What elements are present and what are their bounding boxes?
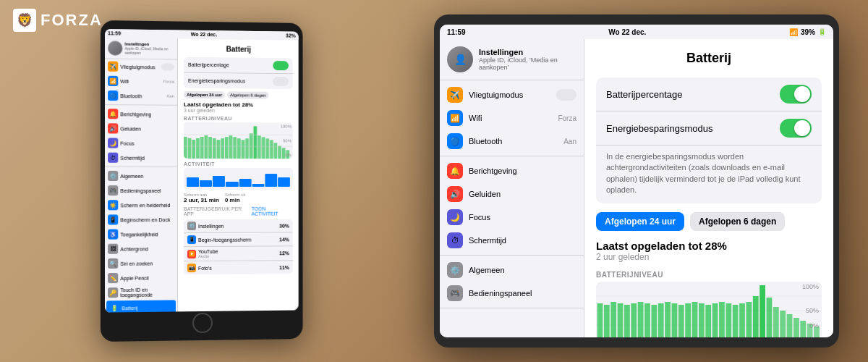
small-sidebar-notifications[interactable]: 🔔 Berichtgeving (105, 106, 177, 122)
large-sidebar-focus[interactable]: 🌙 Focus (440, 206, 584, 229)
ipad-large-screen: 11:59 Wo 22 dec. 📶 39% 🔋 👤 Instellingen … (440, 25, 833, 337)
large-tab-24hr[interactable]: Afgelopen 24 uur (596, 212, 684, 231)
small-status-date: Wo 22 dec. (191, 32, 217, 37)
svg-rect-49 (719, 302, 725, 337)
small-sidebar-control-label: Bedieningspaneel (120, 188, 161, 193)
large-tab-6days[interactable]: Afgelopen 6 dagen (690, 212, 785, 231)
small-sidebar-battery[interactable]: 🔋 Batterij (106, 300, 176, 312)
small-energiespaar-label: Energiebesparingsmodus (188, 78, 270, 84)
small-sidebar-bluetooth-label: Bluetooth (120, 93, 164, 99)
svg-rect-14 (242, 140, 245, 159)
large-sidebar-screentime[interactable]: ⏱ Schermtijd (440, 229, 584, 252)
small-sidebar-touchid[interactable]: 🔑 Touch ID en toegangscode (105, 285, 177, 300)
small-pct-100: 100% (281, 125, 292, 129)
act-bar-8 (278, 177, 290, 187)
small-sidebar-wifi-value: Forza (163, 80, 174, 84)
small-screen-time: Scherm aan 2 uur, 31 min Scherm uit 0 mi… (184, 193, 293, 203)
small-sidebar-bluetooth[interactable]: 🔵 Bluetooth Aan (105, 88, 177, 104)
svg-rect-53 (746, 302, 752, 337)
large-sidebar-wifi[interactable]: 📶 Wifi Forza (440, 106, 584, 130)
large-sidebar-bluetooth[interactable]: 🔵 Bluetooth Aan (440, 130, 584, 153)
small-sidebar-airplane[interactable]: ✈️ Vliegtuigmodus (105, 59, 177, 75)
homescreen-usage-label: Begin-/toegangsscherm (198, 237, 277, 243)
large-sidebar-apps: 🔔 Berichtgeving 🔊 Geluiden 🌙 Focus ⏱ Sch… (440, 156, 584, 256)
large-wifi-value: Forza (558, 114, 576, 122)
small-sidebar-wallpaper[interactable]: 🖼 Achtergrond (105, 241, 177, 256)
svg-rect-47 (705, 305, 711, 337)
act-bar-1 (187, 177, 199, 187)
svg-rect-51 (733, 305, 739, 337)
small-sidebar-wifi[interactable]: 📶 Wifi Forza (105, 74, 177, 89)
small-sidebar-siri[interactable]: 🔍 Siri en zoeken (105, 256, 177, 271)
small-sidebar-control[interactable]: 🎮 Bedieningspaneel (105, 183, 177, 198)
svg-rect-7 (213, 138, 216, 159)
small-energy-toggle[interactable] (273, 77, 289, 86)
small-sidebar-sounds[interactable]: 🔊 Geluiden (105, 121, 177, 136)
large-profile-title: Instellingen (479, 48, 576, 56)
svg-rect-22 (274, 143, 278, 159)
small-battery-usage-header: BATTERIJGEBRUIK PER APP TOON ACTIVITEIT (184, 206, 293, 216)
large-sidebar-airplane[interactable]: ✈️ Vliegtuigmodus (440, 83, 584, 106)
notifications-icon: 🔔 (108, 109, 118, 119)
large-focus-label: Focus (469, 213, 576, 222)
small-sidebar-general[interactable]: ⚙️ Algemeen (105, 169, 177, 183)
small-toon-activiteit[interactable]: TOON ACTIVITEIT (251, 206, 292, 216)
youtube-usage-icon: ▶️ (187, 250, 196, 258)
small-battery-pct-toggle[interactable] (273, 61, 289, 70)
svg-rect-10 (225, 137, 229, 159)
small-sidebar-airplane-label: Vliegtuigmodus (120, 64, 159, 70)
large-charge-title: Laatst opgeladen tot 28% (596, 240, 822, 252)
large-sidebar-sounds[interactable]: 🔊 Geluiden (440, 182, 584, 206)
large-sidebar-system: ⚙️ Algemeen 🎮 Bedieningspaneel (440, 256, 584, 308)
svg-rect-61 (800, 321, 806, 337)
small-sidebar-sounds-label: Geluiden (120, 126, 140, 131)
large-sidebar-general[interactable]: ⚙️ Algemeen (440, 258, 584, 282)
large-battery-pct-label: Batterijpercentage (606, 89, 774, 100)
small-sidebar-screentime[interactable]: ⏱ Schermtijd (105, 151, 177, 165)
photos-usage-pct: 11% (279, 265, 289, 270)
svg-rect-57 (773, 307, 779, 337)
general-icon: ⚙️ (108, 171, 118, 181)
small-sidebar-focus[interactable]: 🌙 Focus (105, 135, 177, 150)
small-sidebar-pencil[interactable]: ✏️ Apple Pencil (105, 270, 177, 285)
large-time-tabs: Afgelopen 24 uur Afgelopen 6 dagen (596, 212, 822, 231)
airplane-toggle[interactable] (161, 63, 174, 70)
ipad-small-home-button[interactable] (192, 313, 213, 333)
svg-rect-20 (265, 138, 269, 159)
small-usage-list: ⚙️ Instellingen 30% 📱 Begin-/toegangssch… (184, 219, 293, 275)
small-status-battery: 32% (286, 33, 296, 38)
small-usage-photos: 📷 Foto's 11% (184, 261, 293, 274)
small-sidebar-display[interactable]: ☀️ Scherm en helderheid (105, 198, 177, 212)
photos-usage-icon: 📷 (187, 264, 196, 272)
svg-rect-38 (644, 303, 650, 337)
svg-line-26 (184, 135, 293, 135)
small-tab-6days[interactable]: Afgelopen 6 dagen (227, 91, 269, 98)
small-sidebar-bluetooth-value: Aan (166, 94, 174, 98)
svg-rect-18 (258, 135, 261, 159)
svg-rect-44 (685, 303, 691, 337)
svg-rect-48 (712, 303, 718, 337)
small-pct-50: 50% (283, 138, 292, 143)
large-profile-sub: Apple ID, iCloud, 'Media en aankopen' (479, 56, 576, 71)
large-energy-toggle[interactable] (780, 119, 812, 138)
large-sidebar-control[interactable]: 🎮 Bedieningspaneel (440, 282, 584, 305)
small-settings-sidebar: Instellingen Apple ID, iCloud, Media en … (105, 38, 178, 312)
large-split-view: 👤 Instellingen Apple ID, iCloud, 'Media … (440, 39, 833, 337)
small-sidebar-pencil-label: Apple Pencil (120, 275, 148, 280)
small-tab-24hr[interactable]: Afgelopen 24 uur (184, 91, 225, 98)
large-wifi-label: Wifi (469, 114, 552, 122)
pencil-icon: ✏️ (108, 273, 118, 283)
small-sidebar-homescreen[interactable]: 📱 Beginscherm en Dock (105, 212, 177, 227)
large-profile: 👤 Instellingen Apple ID, iCloud, 'Media … (440, 39, 584, 80)
instellingen-usage-icon: ⚙️ (187, 222, 196, 230)
small-sidebar-general-label: Algemeen (120, 173, 143, 178)
act-bar-3 (213, 176, 225, 187)
large-airplane-toggle[interactable] (556, 89, 576, 101)
svg-rect-4 (200, 137, 204, 159)
small-sidebar-wallpaper-label: Achtergrond (120, 246, 148, 251)
large-sidebar-notifications[interactable]: 🔔 Berichtgeving (440, 159, 584, 182)
small-activity-chart (184, 168, 293, 190)
large-battery-panel: Batterij Batterijpercentage Energiebespa… (584, 39, 833, 337)
large-battery-pct-toggle[interactable] (780, 85, 812, 104)
small-sidebar-accessibility[interactable]: ♿ Toegankelijkheid (105, 227, 177, 242)
